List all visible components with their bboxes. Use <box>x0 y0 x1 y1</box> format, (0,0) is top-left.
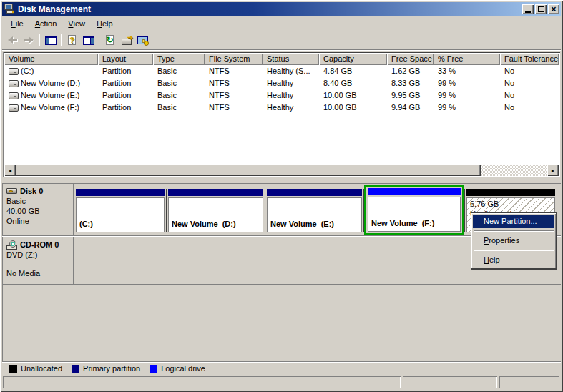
window-controls: × <box>522 4 559 14</box>
scrollbar-track[interactable] <box>481 165 547 176</box>
manage-computer-button[interactable] <box>134 32 151 48</box>
status-cell: Healthy <box>263 102 319 114</box>
column-header-layout[interactable]: Layout <box>98 53 153 65</box>
status-panel-2 <box>403 376 497 388</box>
show-hide-console-tree-button[interactable] <box>42 32 59 48</box>
column-header-free-space[interactable]: Free Space <box>387 53 434 65</box>
free-space-cell: 9.94 GB <box>387 102 434 114</box>
partition-block-c[interactable]: (C:) 4.84 GB NTFS Healthy (System) <box>76 189 165 232</box>
type-cell: Basic <box>153 102 205 114</box>
partition-block-d[interactable]: New Volume (D:) 8.40 GB NTFS Healthy <box>168 189 263 232</box>
volume-row-c[interactable]: (C:) Partition Basic NTFS Healthy (S... … <box>4 65 559 77</box>
volume-name-cell: New Volume (E:) <box>4 89 98 102</box>
toolbar-separator <box>39 34 40 46</box>
manage-computer-icon <box>137 36 148 44</box>
scroll-left-button[interactable]: ◄ <box>4 165 16 176</box>
logical-drive-band <box>368 188 461 195</box>
menu-help[interactable]: Help <box>91 18 119 29</box>
column-header-fault-tolerance[interactable]: Fault Tolerance <box>500 53 559 65</box>
legend-label: Logical drive <box>161 364 205 373</box>
partition-block-f-extended[interactable]: New Volume (F:) 10.00 GB NTFS Healthy <box>364 185 464 235</box>
context-menu-separator <box>474 230 554 232</box>
status-panel-3 <box>499 376 559 388</box>
volume-name-cell: New Volume (F:) <box>4 102 98 114</box>
volume-list-header: Volume Layout Type File System Status Ca… <box>4 53 559 65</box>
toolbar: ? ↻ ➔ <box>2 31 561 50</box>
menu-file[interactable]: File <box>5 18 29 29</box>
menu-view[interactable]: View <box>62 18 91 29</box>
column-header-capacity[interactable]: Capacity <box>319 53 387 65</box>
maximize-icon <box>538 6 544 12</box>
maximize-button[interactable] <box>535 4 547 14</box>
unallocated-size: 6.76 GB <box>470 199 552 209</box>
volume-row-d[interactable]: New Volume (D:) Partition Basic NTFS Hea… <box>4 77 559 89</box>
column-header-type[interactable]: Type <box>153 53 205 65</box>
toolbar-separator <box>61 34 62 46</box>
context-menu-item-help[interactable]: Help <box>473 253 554 267</box>
cdrom0-drive: DVD (Z:) <box>6 250 72 260</box>
scroll-right-button[interactable]: ► <box>547 165 559 176</box>
volume-icon <box>9 80 19 87</box>
horizontal-scrollbar: ◄ ► <box>4 165 559 176</box>
scrollbar-thumb[interactable] <box>16 165 481 176</box>
context-menu-separator <box>474 250 554 251</box>
help-icon: ? <box>68 35 76 45</box>
fault-tolerance-cell: No <box>500 102 559 114</box>
context-menu-item-new-partition[interactable]: New Partition... <box>473 215 554 228</box>
pane-splitter[interactable] <box>2 178 561 183</box>
back-button[interactable] <box>4 32 21 48</box>
rescan-disks-icon: ➔ <box>122 39 132 45</box>
status-panel-main <box>3 376 401 388</box>
block-divider <box>265 189 265 232</box>
menu-bar: File Action View Help <box>2 16 561 31</box>
context-menu-item-properties[interactable]: Properties <box>473 234 554 248</box>
layout-cell: Partition <box>98 65 153 77</box>
legend-item-logical-drive: Logical drive <box>150 364 205 373</box>
forward-button[interactable] <box>21 32 37 48</box>
rescan-disks-button[interactable]: ➔ <box>118 32 134 48</box>
cd-rom-icon <box>6 240 19 250</box>
help-button[interactable]: ? <box>64 32 80 48</box>
layout-cell: Partition <box>98 102 153 114</box>
capacity-cell: 8.40 GB <box>319 77 387 89</box>
minimize-button[interactable] <box>522 4 534 14</box>
disk0-name: Disk 0 <box>20 186 43 196</box>
volume-icon <box>9 92 19 99</box>
column-header-pct-free[interactable]: % Free <box>434 53 500 65</box>
fault-tolerance-cell: No <box>500 89 559 102</box>
cdrom0-label-panel[interactable]: CD-ROM 0 DVD (Z:) No Media <box>2 237 74 285</box>
column-header-file-system[interactable]: File System <box>205 53 263 65</box>
partition-name: New Volume (F:) <box>371 218 457 228</box>
disk0-status: Online <box>6 216 72 226</box>
hard-disk-icon <box>6 187 19 195</box>
type-cell: Basic <box>153 89 205 102</box>
fault-tolerance-cell: No <box>500 77 559 89</box>
type-cell: Basic <box>153 77 205 89</box>
close-button[interactable]: × <box>548 4 559 14</box>
refresh-icon: ↻ <box>106 35 114 45</box>
legend-label: Primary partition <box>83 364 140 373</box>
unallocated-swatch <box>9 365 17 373</box>
capacity-cell: 4.84 GB <box>319 65 387 77</box>
show-hide-action-pane-button[interactable] <box>80 32 97 48</box>
disk0-type: Basic <box>6 196 72 206</box>
back-icon <box>8 36 17 44</box>
partition-block-e[interactable]: New Volume (E:) 10.00 GB NTFS Healthy <box>267 189 362 232</box>
menu-action[interactable]: Action <box>29 18 63 29</box>
status-cell: Healthy <box>263 77 319 89</box>
file-system-cell: NTFS <box>205 102 263 114</box>
free-space-cell: 1.62 GB <box>387 65 434 77</box>
column-header-status[interactable]: Status <box>263 53 319 65</box>
primary-partition-band <box>168 189 263 196</box>
status-bar <box>2 375 561 390</box>
capacity-cell: 10.00 GB <box>319 102 387 114</box>
refresh-button[interactable]: ↻ <box>102 32 118 48</box>
pct-free-cell: 99 % <box>434 89 500 102</box>
cdrom0-media-status: No Media <box>6 268 72 278</box>
disk0-label-panel[interactable]: Disk 0 Basic 40.00 GB Online <box>2 183 74 236</box>
volume-row-f[interactable]: New Volume (F:) Partition Basic NTFS Hea… <box>4 102 559 114</box>
column-header-volume[interactable]: Volume <box>4 53 98 65</box>
window-title: Disk Management <box>18 4 522 14</box>
partition-name: New Volume (D:) <box>172 219 260 229</box>
volume-row-e[interactable]: New Volume (E:) Partition Basic NTFS Hea… <box>4 89 559 102</box>
